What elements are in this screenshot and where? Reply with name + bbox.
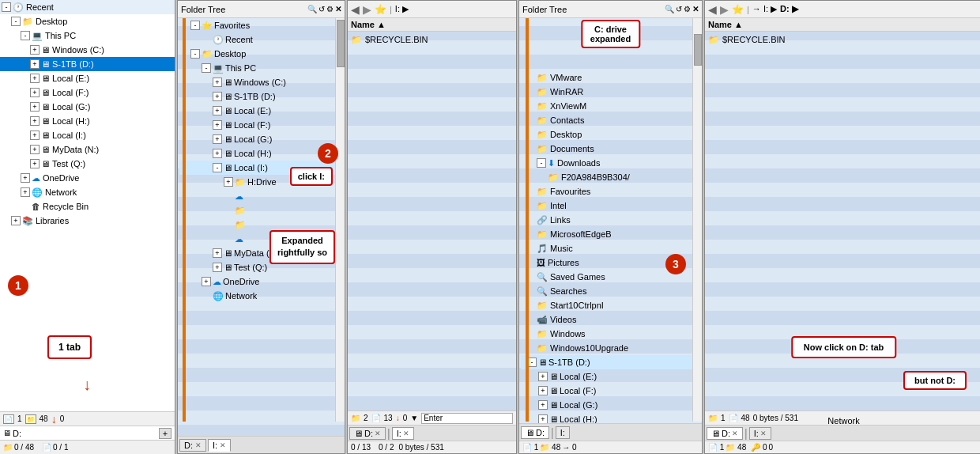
tree-item-onedrive[interactable]: + ☁ OneDrive (0, 171, 175, 185)
rt-start10[interactable]: 📁 Start10CtrlpnI (521, 298, 702, 312)
rt-local-e[interactable]: + 🖥 Local (E:) (521, 369, 702, 384)
tab-close-i[interactable]: ✕ (220, 441, 226, 449)
tab-close-d[interactable]: ✕ (195, 441, 202, 449)
settings-icon2[interactable]: ⚙ (684, 5, 691, 13)
right-tree-scroll[interactable]: 📁 VMware 📁 WinRAR 📁 XnViewM 📁 Contacts 📁… (519, 18, 702, 423)
nav-forward[interactable]: ▶ (363, 3, 371, 16)
tab-i2[interactable]: I: ✕ (392, 427, 414, 440)
tab-close2[interactable]: ✕ (375, 429, 381, 437)
tab-d2[interactable]: 🖥 D: ✕ (349, 427, 386, 440)
nav-forward2[interactable]: ▶ (720, 3, 729, 16)
rt-intel[interactable]: 📁 Intel (521, 199, 702, 213)
rt-favs[interactable]: 📁 Favourites (521, 184, 702, 199)
tree-label: Libraries (36, 216, 69, 225)
tree-item-e-ct[interactable]: + 🖥 Local (E:) (179, 104, 345, 118)
tree-item-onedrive-ct[interactable]: + ☁ OneDrive (179, 274, 345, 289)
rt-f20a[interactable]: 📁 F20A984B9B304/ (521, 170, 702, 184)
tree-item-d-ct[interactable]: + 🖥 S-1TB (D:) (179, 89, 345, 104)
rt-searches[interactable]: 🔍 Searches (521, 284, 702, 298)
refresh-icon[interactable]: ↺ (318, 5, 325, 13)
rt-winrar[interactable]: 📁 WinRAR (521, 85, 702, 99)
search-icon2[interactable]: 🔍 (665, 5, 674, 13)
tree-label: S-1TB (D:) (234, 92, 276, 101)
tab-d3[interactable]: 🖥 D: (521, 426, 549, 439)
rt-links[interactable]: 🔗 Links (521, 213, 702, 227)
recycle-folder-icon2: 📁 (708, 35, 719, 45)
path-input[interactable]: Enter (421, 413, 513, 424)
tree-item-wc-ct[interactable]: + 🖥 Windows (C:) (179, 75, 345, 89)
tree-item-libraries[interactable]: + 📚 Libraries (0, 214, 175, 228)
scrollbar[interactable] (335, 18, 345, 422)
rt-contacts[interactable]: 📁 Contacts (521, 113, 702, 127)
col-name[interactable]: Name ▲ (351, 20, 386, 29)
tree-item-recent-ct[interactable]: 🕐 Recent (179, 32, 345, 47)
tree-label: MyData (N:) (52, 145, 99, 154)
tree-item-recent[interactable]: - 🕐 Recent (0, 0, 175, 14)
tab-close4[interactable]: ✕ (732, 429, 738, 437)
tab-close5[interactable]: ✕ (760, 429, 767, 437)
rt-local-f[interactable]: + 🖥 Local (F:) (521, 384, 702, 398)
star-bookmark2[interactable]: ⭐ (732, 4, 744, 15)
rt-d-drive[interactable]: - 🖥 S-1TB (D:) (521, 355, 702, 369)
tree-item-desktop-ct[interactable]: - 📁 Desktop (179, 47, 345, 61)
file-row-recycle2[interactable]: 📁 $RECYCLE.BIN (705, 32, 980, 47)
nav-back2[interactable]: ◀ (708, 3, 717, 16)
rt-local-g[interactable]: + 🖥 Local (G:) (521, 398, 702, 412)
close-icon2[interactable]: ✕ (692, 5, 699, 13)
tree-item-local-h[interactable]: + 🖥 Local (H:) (0, 114, 175, 128)
rt-local-h[interactable]: + 🖥 Local (H:) (521, 412, 702, 423)
tree-item-thispc[interactable]: - 💻 This PC (0, 28, 175, 43)
computer-icon: 💻 (213, 63, 224, 74)
tree-item-network-ct[interactable]: 🌐 Network (179, 289, 345, 303)
tab-close3[interactable]: ✕ (403, 429, 409, 437)
tree-item-favorites[interactable]: - ⭐ Favorites (179, 18, 345, 32)
close-icon[interactable]: ✕ (335, 5, 341, 13)
tree-item-mydata[interactable]: + 🖥 MyData (N:) (0, 142, 175, 157)
rt-windows[interactable]: 📁 Windows (521, 327, 702, 341)
center-tree-scroll[interactable]: - ⭐ Favorites 🕐 Recent - 📁 Desktop - 💻 T… (178, 18, 345, 436)
tree-item-desktop[interactable]: - 📁 Desktop (0, 14, 175, 28)
rt-downloads[interactable]: - ⬇ Downloads (521, 156, 702, 170)
search-icon[interactable]: 🔍 (307, 5, 317, 13)
rt-docs[interactable]: 📁 Documents (521, 142, 702, 156)
tree-label: Windows (C:) (52, 45, 104, 55)
tab-d[interactable]: D: ✕ (179, 439, 206, 452)
rt-desktop[interactable]: 📁 Desktop (521, 127, 702, 142)
tree-item-g-ct[interactable]: + 🖥 Local (G:) (179, 132, 345, 146)
file-row-recycle[interactable]: 📁 $RECYCLE.BIN (348, 32, 516, 47)
tree-item-d-drive[interactable]: + 🖥 S-1TB (D:) (0, 57, 175, 71)
add-tab-btn[interactable]: + (159, 428, 172, 439)
right-tree-tabs: 🖥 D: | I: (519, 423, 702, 441)
tree-item-thispc-ct[interactable]: - 💻 This PC (179, 61, 345, 75)
tree-item-local-g[interactable]: + 🖥 Local (G:) (0, 100, 175, 114)
scrollbar2[interactable] (692, 18, 702, 422)
tree-item-sub1[interactable]: 📁 (179, 203, 345, 218)
rt-msedge[interactable]: 📁 MicrosoftEdgeB (521, 227, 702, 241)
rt-xnview[interactable]: 📁 XnViewM (521, 99, 702, 113)
rt-win10upgrade[interactable]: 📁 Windows10Upgrade (521, 341, 702, 355)
tree-item-local-i[interactable]: + 🖥 Local (I:) (0, 128, 175, 142)
tab-i[interactable]: I: ✕ (208, 439, 231, 452)
tree-item-network[interactable]: + 🌐 Network (0, 185, 175, 199)
drive-icon: 🖥 (41, 74, 50, 83)
tree-item-local-e[interactable]: + 🖥 Local (E:) (0, 71, 175, 85)
left-path-bar[interactable]: 🖥 D: + (0, 426, 175, 440)
panel-title2: Folder Tree (522, 5, 567, 14)
nav-back[interactable]: ◀ (351, 3, 360, 16)
tab-d4[interactable]: 🖥 D: ✕ (707, 427, 743, 440)
tree-item-windows-c[interactable]: + 🖥 Windows (C:) (0, 43, 175, 57)
col-name2[interactable]: Name ▲ (708, 20, 743, 29)
tree-item-test[interactable]: + 🖥 Test (Q:) (0, 157, 175, 171)
folder-icon: 📁 (537, 229, 548, 240)
tree-item-cloud1[interactable]: ☁ (179, 189, 345, 203)
settings-icon[interactable]: ⚙ (326, 5, 334, 13)
refresh-icon2[interactable]: ↺ (676, 5, 682, 13)
tree-item-recycle[interactable]: 🗑 Recycle Bin (0, 199, 175, 214)
tab-i4[interactable]: I: ✕ (749, 427, 771, 440)
tab-i3[interactable]: I: (556, 426, 570, 439)
tree-item-local-f[interactable]: + 🖥 Local (F:) (0, 85, 175, 100)
star-bookmark[interactable]: ⭐ (375, 4, 386, 15)
rt-vmware[interactable]: 📁 VMware (521, 70, 702, 85)
tree-item-f-ct[interactable]: + 🖥 Local (F:) (179, 118, 345, 132)
rt-videos[interactable]: 📹 Videos (521, 312, 702, 327)
